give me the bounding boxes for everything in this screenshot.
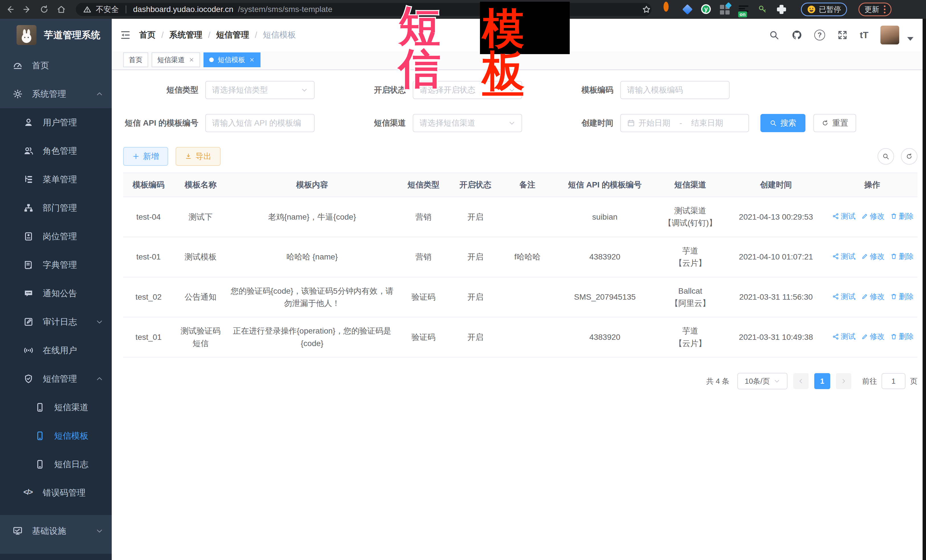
test-link[interactable]: 测试	[832, 291, 856, 302]
help-icon[interactable]: ?	[814, 30, 825, 41]
sidebar-item-online-users[interactable]: 在线用户	[0, 336, 112, 365]
edit-link[interactable]: 修改	[861, 251, 885, 262]
next-page-button[interactable]	[836, 373, 851, 389]
extensions-puzzle-icon[interactable]	[776, 4, 787, 15]
tab-sms-template[interactable]: 短信模板	[203, 53, 260, 67]
avatar-caret-icon[interactable]	[907, 37, 914, 41]
cell-content: 哈哈哈 {name}	[227, 237, 397, 277]
extension-grid-icon[interactable]	[720, 4, 730, 15]
delete-link[interactable]: 删除	[890, 331, 914, 342]
cell-content: 老鸡{name}，牛逼{code}	[227, 197, 397, 237]
tab-sms-channel[interactable]: 短信渠道	[151, 53, 200, 67]
table-refresh-button[interactable]	[901, 148, 917, 165]
sidebar-item-menus[interactable]: 菜单管理	[0, 165, 112, 194]
close-icon[interactable]	[189, 57, 194, 63]
user-avatar[interactable]	[881, 26, 899, 44]
cell-api-id: 4383920	[554, 237, 655, 277]
sidebar-item-posts[interactable]: 岗位管理	[0, 222, 112, 251]
sidebar-item-home[interactable]: 首页	[0, 51, 112, 80]
cell-channel: 芋道【云片】	[655, 317, 725, 357]
search-icon	[882, 152, 890, 160]
pagination: 共 4 条 10条/页 1 前往 页	[123, 373, 917, 389]
github-icon[interactable]	[791, 30, 802, 41]
extension-list-icon[interactable]: on	[739, 4, 749, 15]
table-row: test_01 测试验证码短信 正在进行登录操作{operation}，您的验证…	[123, 317, 917, 357]
delete-link[interactable]: 删除	[890, 251, 914, 262]
test-link[interactable]: 测试	[832, 251, 856, 262]
breadcrumb-item[interactable]: 短信管理	[216, 29, 249, 41]
sidebar-item-roles[interactable]: 角色管理	[0, 137, 112, 165]
tab-home[interactable]: 首页	[123, 53, 148, 67]
address-bar[interactable]: 不安全 dashboard.yudao.iocoder.cn/system/sm…	[76, 3, 652, 16]
api-template-id-field[interactable]	[205, 114, 315, 132]
edit-link[interactable]: 修改	[861, 291, 885, 302]
col-header: 短信 API 的模板编号	[554, 173, 655, 197]
sidebar-item-dictionary[interactable]: 字典管理	[0, 251, 112, 279]
phone-icon	[35, 431, 45, 441]
sidebar-item-sms-template[interactable]: 短信模板	[0, 421, 112, 450]
test-link[interactable]: 测试	[832, 210, 856, 222]
breadcrumb-item[interactable]: 系统管理	[169, 29, 202, 41]
browser-home-icon[interactable]	[56, 5, 66, 14]
template-code-field[interactable]	[620, 81, 729, 99]
profile-paused-chip[interactable]: 已暂停	[801, 3, 847, 16]
sidebar-item-audit-log[interactable]: 审计日志	[0, 308, 112, 336]
page-number-current[interactable]: 1	[814, 373, 830, 389]
sidebar-item-infrastructure[interactable]: 基础设施	[0, 517, 112, 545]
sidebar-item-system[interactable]: 系统管理	[0, 80, 112, 108]
extension-gem-icon[interactable]	[682, 4, 693, 15]
sidebar-item-sms[interactable]: 短信管理	[0, 365, 112, 393]
trash-icon	[890, 253, 897, 260]
sidebar-fold-icon[interactable]	[120, 29, 131, 41]
update-chip[interactable]: 更新	[858, 3, 891, 16]
sidebar-item-notices[interactable]: 通知公告	[0, 279, 112, 308]
font-size-icon[interactable]: tT	[860, 30, 869, 41]
extension-key-icon[interactable]	[758, 4, 768, 15]
share-icon	[832, 293, 839, 300]
sms-channel-select[interactable]: 请选择短信渠道	[413, 114, 522, 132]
browser-forward-icon[interactable]	[22, 5, 32, 14]
add-button[interactable]: 新增	[123, 147, 168, 166]
delete-link[interactable]: 删除	[890, 291, 914, 302]
search-icon[interactable]	[769, 30, 779, 41]
test-link[interactable]: 测试	[832, 331, 856, 342]
table-search-toggle-button[interactable]	[878, 148, 894, 165]
create-time-range-picker[interactable]: 开始日期 - 结束日期	[620, 114, 749, 132]
fullscreen-icon[interactable]	[837, 30, 848, 41]
reset-button[interactable]: 重置	[813, 114, 856, 132]
tab-label: 短信模板	[218, 55, 245, 64]
page-size-select[interactable]: 10条/页	[737, 373, 787, 389]
sidebar-item-error-codes[interactable]: </> 错误码管理	[0, 478, 112, 507]
window-scrollbar[interactable]	[923, 19, 926, 560]
close-icon[interactable]	[249, 57, 255, 63]
sidebar-item-label: 错误码管理	[43, 487, 86, 499]
breadcrumb-item[interactable]: 首页	[139, 29, 156, 41]
search-button[interactable]: 搜索	[760, 114, 805, 132]
browser-menu-icon[interactable]	[884, 5, 885, 14]
extension-donut-icon[interactable]	[664, 4, 674, 15]
open-status-select[interactable]: 请选择开启状态	[413, 81, 522, 99]
extension-y-icon[interactable]: y	[701, 4, 711, 15]
browser-back-icon[interactable]	[5, 5, 15, 14]
sidebar-item-sms-log[interactable]: 短信日志	[0, 450, 112, 478]
sidebar-logo-row[interactable]: 芋道管理系统	[0, 19, 112, 51]
delete-link[interactable]: 删除	[890, 210, 914, 222]
sidebar-item-users[interactable]: 用户管理	[0, 108, 112, 137]
edit-link[interactable]: 修改	[861, 210, 885, 222]
main-area: 首页 / 系统管理 / 短信管理 / 短信模板 ? tT	[112, 19, 926, 560]
refresh-icon	[905, 152, 913, 160]
template-code-input[interactable]	[627, 86, 723, 95]
browser-reload-icon[interactable]	[39, 5, 49, 14]
col-header: 短信渠道	[655, 173, 725, 197]
goto-page-input[interactable]	[882, 373, 905, 389]
export-button[interactable]: 导出	[176, 147, 221, 166]
sidebar-item-departments[interactable]: 部门管理	[0, 194, 112, 222]
api-template-id-input[interactable]	[212, 118, 308, 128]
bookmark-star-icon[interactable]	[642, 5, 651, 14]
sms-type-select[interactable]: 请选择短信类型	[205, 81, 315, 99]
sidebar-item-label: 通知公告	[43, 288, 77, 299]
edit-link[interactable]: 修改	[861, 331, 885, 342]
sidebar-item-sms-channel[interactable]: 短信渠道	[0, 393, 112, 421]
topbar-tools: ? tT	[769, 26, 914, 44]
prev-page-button[interactable]	[793, 373, 809, 389]
